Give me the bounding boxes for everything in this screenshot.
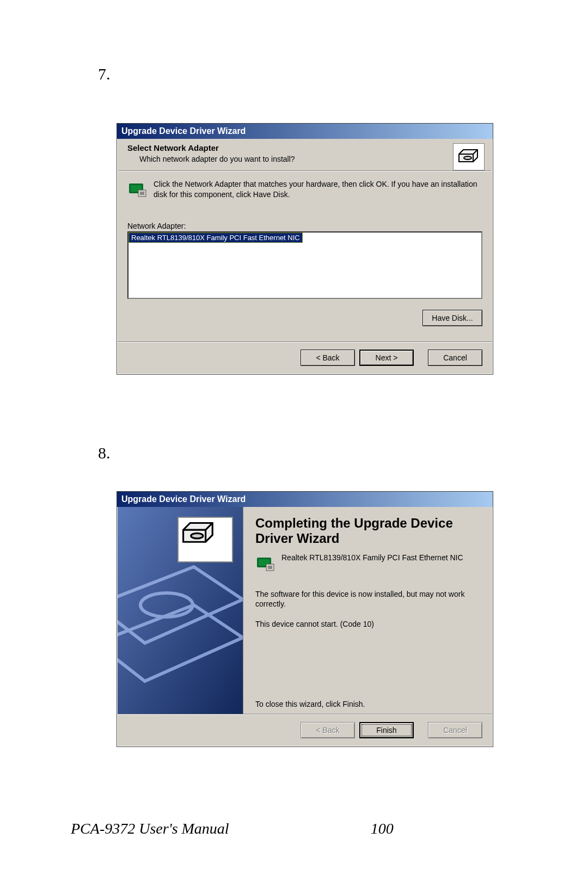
dialog1-instruction: Click the Network Adapter that matches y… <box>154 179 482 200</box>
svg-point-0 <box>464 156 471 160</box>
wizard-banner <box>118 507 243 714</box>
step-number-8: 8. <box>98 444 111 462</box>
next-button[interactable]: Next > <box>359 350 414 366</box>
dialog2-heading: Completing the Upgrade Device Driver Wiz… <box>255 516 480 546</box>
adapter-listbox[interactable]: Realtek RTL8139/810X Family PCI Fast Eth… <box>127 231 482 299</box>
device-icon <box>177 517 233 562</box>
hardware-icon <box>127 179 147 199</box>
page-footer: PCA-9372 User's Manual 100 <box>71 820 517 837</box>
svg-rect-4 <box>140 192 144 195</box>
cancel-button[interactable]: Cancel <box>428 350 482 366</box>
product-name: Realtek RTL8139/810X Family PCI Fast Eth… <box>281 553 463 562</box>
install-message-1: The software for this device is now inst… <box>255 589 480 609</box>
dialog-select-adapter: Upgrade Device Driver Wizard Select Netw… <box>117 124 493 374</box>
have-disk-button[interactable]: Have Disk... <box>422 310 482 326</box>
spacer <box>418 350 424 366</box>
adapter-list-item[interactable]: Realtek RTL8139/810X Family PCI Fast Eth… <box>128 233 303 243</box>
back-button[interactable]: < Back <box>301 350 355 366</box>
dialog-completing: Upgrade Device Driver Wizard C <box>117 492 493 747</box>
dialog2-title: Upgrade Device Driver Wizard <box>121 494 246 504</box>
cancel-button-disabled: Cancel <box>428 722 482 738</box>
manual-title: PCA-9372 User's Manual <box>71 820 229 837</box>
dialog1-title: Upgrade Device Driver Wizard <box>121 126 246 136</box>
dialog1-heading: Select Network Adapter <box>127 143 295 152</box>
step-number-7: 7. <box>98 65 111 83</box>
dialog2-titlebar: Upgrade Device Driver Wizard <box>117 492 493 507</box>
hardware-icon <box>255 553 275 573</box>
svg-point-7 <box>191 533 203 538</box>
device-icon <box>453 143 485 170</box>
page-number: 100 <box>371 820 394 837</box>
finish-button[interactable]: Finish <box>359 722 414 738</box>
close-hint: To close this wizard, click Finish. <box>255 700 480 708</box>
svg-rect-11 <box>268 566 272 569</box>
list-label: Network Adapter: <box>127 222 482 230</box>
dialog1-titlebar: Upgrade Device Driver Wizard <box>117 124 493 139</box>
spacer <box>418 722 424 738</box>
install-message-2: This device cannot start. (Code 10) <box>255 619 480 629</box>
back-button-disabled: < Back <box>301 722 355 738</box>
dialog1-subheading: Which network adapter do you want to ins… <box>139 155 295 163</box>
spacer <box>255 639 480 700</box>
